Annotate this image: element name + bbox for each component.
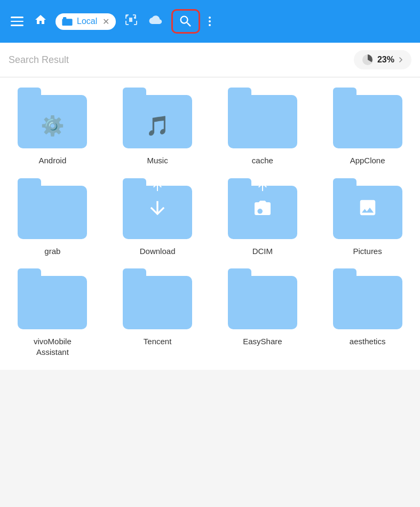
storage-pie-icon	[361, 53, 374, 66]
folder-icon-download	[120, 183, 195, 242]
folder-item[interactable]: Pictures	[315, 173, 420, 264]
folder-icon-easyshare	[225, 273, 300, 332]
folder-label: Tencent	[144, 336, 172, 347]
more-options-button[interactable]	[207, 14, 213, 28]
folder-icon-grab	[15, 183, 90, 242]
folder-icon-appclone	[330, 92, 405, 151]
camera-icon	[253, 199, 272, 218]
folder-item[interactable]: aesthetics	[315, 264, 420, 365]
folder-icon-pictures	[330, 183, 405, 242]
upload-arrow-dcim-icon	[256, 180, 269, 193]
folder-label: grab	[44, 246, 60, 257]
screenshot-button[interactable]	[122, 11, 139, 31]
folder-icon-vivomobile	[15, 273, 90, 332]
screenshot-icon	[124, 13, 137, 26]
search-button[interactable]	[171, 9, 200, 34]
folder-icon-cache	[225, 92, 300, 151]
cloud-icon	[148, 14, 163, 26]
local-tab-icon	[62, 17, 73, 26]
folder-item[interactable]: Download	[105, 173, 210, 264]
folder-item[interactable]: cache	[210, 83, 315, 173]
folder-label: aesthetics	[350, 336, 386, 347]
folder-label: Pictures	[353, 246, 382, 257]
folder-item[interactable]: AppClone	[315, 83, 420, 173]
storage-badge[interactable]: 23%	[354, 50, 411, 69]
folder-label: cache	[252, 155, 273, 166]
folder-item[interactable]: Tencent	[105, 264, 210, 365]
folder-label: Music	[147, 155, 168, 166]
folder-label: Android	[39, 155, 67, 166]
folder-icon-tencent	[120, 273, 195, 332]
folder-label: vivoMobileAssistant	[34, 336, 72, 357]
local-tab[interactable]: Local ✕	[56, 13, 116, 30]
folder-item[interactable]: vivoMobileAssistant	[0, 264, 105, 365]
search-result-label: Search Result	[9, 54, 69, 66]
chevron-right-icon	[398, 57, 404, 63]
cloud-button[interactable]	[146, 12, 165, 31]
local-tab-label: Local	[77, 17, 97, 26]
folder-grid: ⚙️ Android 🎵 Music cache AppClone grab	[0, 77, 420, 370]
upload-arrow-icon	[151, 180, 164, 193]
folder-label: Download	[140, 246, 176, 257]
folder-label: EasyShare	[243, 336, 282, 347]
download-arrow-icon	[147, 197, 168, 219]
folder-icon-dcim	[225, 183, 300, 242]
image-icon	[358, 197, 378, 218]
folder-icon-android: ⚙️	[15, 92, 90, 151]
storage-percent-label: 23%	[377, 55, 394, 65]
svg-rect-1	[63, 17, 66, 20]
folder-icon-music: 🎵	[120, 92, 195, 151]
home-icon	[34, 13, 47, 26]
home-button[interactable]	[32, 11, 49, 31]
tab-close-button[interactable]: ✕	[102, 17, 109, 27]
folder-item[interactable]: 🎵 Music	[105, 83, 210, 173]
folder-item[interactable]: ⚙️ Android	[0, 83, 105, 173]
folder-label: DCIM	[252, 246, 273, 257]
folder-item[interactable]: grab	[0, 173, 105, 264]
search-icon	[178, 14, 193, 29]
svg-rect-0	[62, 19, 72, 26]
subheader: Search Result 23%	[0, 43, 420, 77]
folder-icon-aesthetics	[330, 273, 405, 332]
folder-item[interactable]: DCIM	[210, 173, 315, 264]
app-header: Local ✕	[0, 0, 420, 43]
folder-label: AppClone	[350, 155, 385, 166]
hamburger-button[interactable]	[9, 14, 26, 28]
folder-item[interactable]: EasyShare	[210, 264, 315, 365]
